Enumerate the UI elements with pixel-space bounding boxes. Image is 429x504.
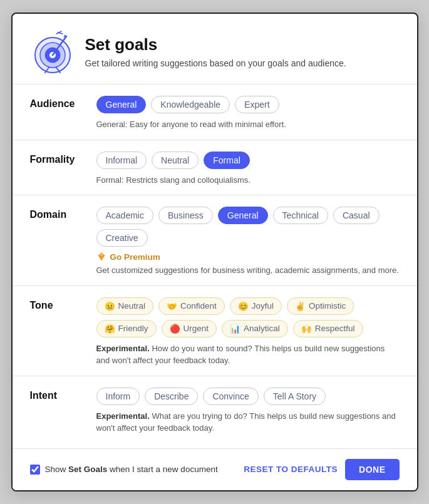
tone-respectful-label: Respectful [315,324,355,333]
tone-btn-neutral[interactable]: 😐 Neutral [96,297,154,315]
formality-section: Formality Informal Neutral Formal Formal… [30,140,400,195]
done-button[interactable]: DONE [345,459,399,480]
audience-label: Audience [30,96,86,110]
tone-btn-urgent[interactable]: 🔴 Urgent [162,320,217,337]
tone-btn-confident[interactable]: 🤝 Confident [158,297,225,315]
tone-label: Tone [30,297,86,311]
intent-description: Experimental. What are you trying to do?… [96,410,400,435]
set-goals-modal: Set goals Get tailored writing suggestio… [11,13,418,491]
svg-line-9 [58,33,63,34]
footer-left: Show Set Goals when I start a new docume… [30,465,218,475]
footer-right: RESET TO DEFAULTS DONE [244,459,399,480]
tone-section: Tone 😐 Neutral 🤝 Confident 😊 Joyful ✌️ O… [30,286,400,376]
intent-btn-group: Inform Describe Convince Tell A Story [96,388,400,405]
audience-btn-group: General Knowledgeable Expert [96,96,400,113]
show-set-goals-checkbox[interactable] [30,465,40,475]
modal-footer: Show Set Goals when I start a new docume… [13,448,417,490]
audience-btn-knowledgeable[interactable]: Knowledgeable [151,96,230,113]
audience-description: General: Easy for anyone to read with mi… [96,118,400,131]
footer-checkbox-label: Show Set Goals when I start a new docume… [45,465,218,474]
tone-urgent-label: Urgent [183,324,209,333]
audience-section: Audience General Knowledgeable Expert Ge… [30,85,400,140]
header-text: Set goals Get tailored writing suggestio… [85,35,346,68]
formality-btn-neutral[interactable]: Neutral [152,152,199,169]
tone-desc-bold: Experimental. [96,344,150,353]
tone-friendly-label: Friendly [118,324,148,333]
tone-row-1: 😐 Neutral 🤝 Confident 😊 Joyful ✌️ Optimi… [96,297,400,315]
formality-description: Formal: Restricts slang and colloquialis… [96,174,400,187]
intent-content: Inform Describe Convince Tell A Story Ex… [96,388,400,441]
tone-description: Experimental. How do you want to sound? … [96,342,400,367]
domain-description: Get customized suggestions for business … [96,264,400,277]
intent-label: Intent [30,388,86,401]
tone-btn-optimistic[interactable]: ✌️ Optimistic [287,297,354,315]
tone-analytical-label: Analytical [244,324,280,333]
domain-btn-business[interactable]: Business [158,207,213,224]
intent-btn-tell-story[interactable]: Tell A Story [264,388,326,405]
target-icon [30,29,75,74]
tone-row-2: 🤗 Friendly 🔴 Urgent 📊 Analytical 🙌 Respe… [96,320,400,337]
tone-content: 😐 Neutral 🤝 Confident 😊 Joyful ✌️ Optimi… [96,297,400,373]
domain-btn-casual[interactable]: Casual [333,207,380,224]
domain-content: Academic Business General Technical Casu… [96,207,400,283]
intent-section: Intent Inform Describe Convince Tell A S… [30,376,400,443]
modal-title: Set goals [85,35,346,54]
modal-subtitle: Get tailored writing suggestions based o… [85,58,346,68]
intent-desc-bold: Experimental. [96,411,150,421]
audience-btn-general[interactable]: General [96,96,147,113]
domain-btn-academic[interactable]: Academic [96,207,153,224]
tone-btn-respectful[interactable]: 🙌 Respectful [293,320,363,337]
gem-icon [96,252,106,262]
svg-marker-11 [98,253,105,256]
domain-btn-creative[interactable]: Creative [96,229,148,247]
intent-btn-describe[interactable]: Describe [145,388,198,405]
intent-btn-inform[interactable]: Inform [96,388,140,405]
tone-neutral-label: Neutral [118,301,146,311]
reset-button[interactable]: RESET TO DEFAULTS [244,465,338,474]
modal-header: Set goals Get tailored writing suggestio… [30,29,400,74]
domain-section: Domain Academic Business General Technic… [30,195,400,285]
domain-btn-technical[interactable]: Technical [273,207,328,224]
formality-content: Informal Neutral Formal Formal: Restrict… [96,152,400,193]
intent-btn-convince[interactable]: Convince [203,388,258,405]
tone-optimistic-label: Optimistic [309,301,346,311]
formality-btn-group: Informal Neutral Formal [96,152,400,169]
go-premium[interactable]: Go Premium [96,252,400,262]
audience-btn-expert[interactable]: Expert [235,96,279,113]
tone-joyful-label: Joyful [252,301,274,311]
domain-label: Domain [30,207,86,220]
formality-label: Formality [30,152,86,165]
audience-content: General Knowledgeable Expert General: Ea… [96,96,400,137]
tone-confident-label: Confident [180,301,217,311]
formality-btn-formal[interactable]: Formal [204,152,250,169]
tone-btn-friendly[interactable]: 🤗 Friendly [96,320,157,337]
domain-btn-general[interactable]: General [218,207,268,224]
formality-btn-informal[interactable]: Informal [96,152,147,169]
domain-btn-group: Academic Business General Technical Casu… [96,207,400,247]
go-premium-label: Go Premium [110,252,160,262]
tone-btn-joyful[interactable]: 😊 Joyful [230,297,282,315]
tone-btn-analytical[interactable]: 📊 Analytical [222,320,288,337]
